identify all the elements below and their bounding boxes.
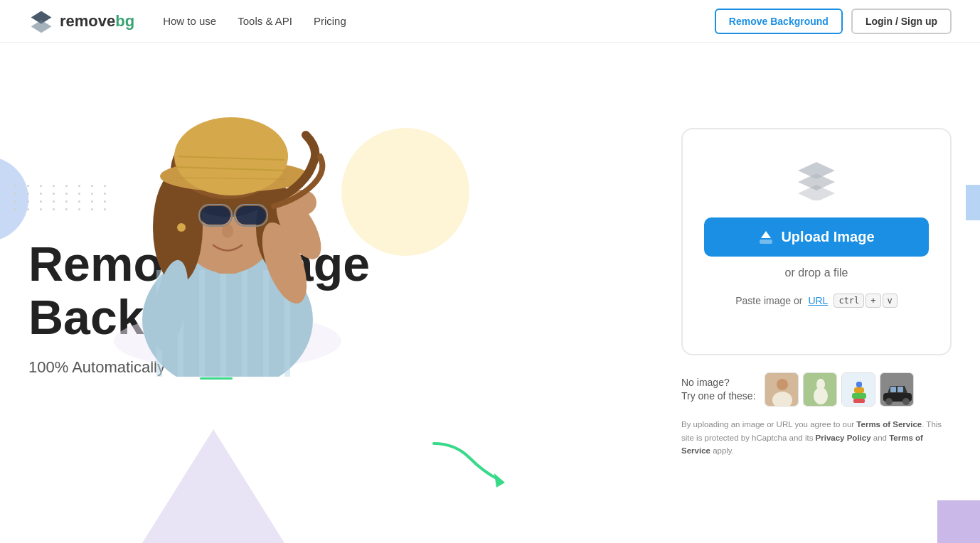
- deco-triangle: [142, 429, 284, 543]
- person-svg: [85, 57, 384, 377]
- person-illustration: [85, 57, 384, 377]
- navbar: removebg How to use Tools & API Pricing …: [0, 0, 980, 43]
- paste-row: Paste image or URL ctrl + v: [735, 294, 898, 308]
- svg-rect-9: [263, 270, 269, 377]
- svg-point-32: [177, 223, 186, 232]
- drop-text: or drop a file: [785, 267, 848, 279]
- svg-point-40: [777, 379, 788, 390]
- deco-rect-right: [966, 185, 980, 220]
- svg-marker-36: [798, 185, 835, 200]
- paste-label: Paste image or: [735, 295, 802, 306]
- nav-how-to-use[interactable]: How to use: [163, 15, 216, 27]
- hero-right: Upload Image or drop a file Paste image …: [681, 128, 952, 485]
- deco-rect-bottom-right: [937, 500, 980, 543]
- tos-link-1[interactable]: Terms of Service: [856, 420, 922, 429]
- sample-image-4[interactable]: [880, 372, 914, 407]
- sample-image-1[interactable]: [765, 372, 799, 407]
- upload-card: Upload Image or drop a file Paste image …: [681, 128, 952, 355]
- sample-images-grid: [765, 372, 914, 407]
- kbd-ctrl: ctrl: [833, 294, 864, 308]
- svg-rect-23: [236, 206, 266, 225]
- svg-rect-50: [856, 382, 862, 387]
- logo[interactable]: removebg: [28, 9, 134, 34]
- nav-pricing[interactable]: Pricing: [314, 15, 346, 27]
- layers-icon: [791, 158, 842, 203]
- hero-section: Remove Image Background 100% Automatical…: [0, 43, 980, 543]
- arrow: [427, 436, 512, 496]
- svg-point-55: [885, 398, 893, 405]
- svg-rect-6: [199, 270, 205, 377]
- svg-rect-45: [819, 379, 822, 383]
- remove-background-button[interactable]: Remove Background: [715, 9, 843, 34]
- hero-left: Remove Image Background 100% Automatical…: [28, 237, 681, 377]
- nav-actions: Remove Background Login / Sign up: [715, 9, 952, 34]
- paste-url-link[interactable]: URL: [808, 295, 828, 306]
- samples-section: No image? Try one of these:: [681, 372, 952, 407]
- svg-rect-37: [760, 240, 772, 244]
- svg-rect-47: [853, 399, 865, 403]
- login-signup-button[interactable]: Login / Sign up: [851, 9, 952, 34]
- svg-marker-38: [761, 231, 771, 238]
- svg-rect-7: [220, 270, 226, 377]
- sample-image-3[interactable]: [841, 372, 875, 407]
- svg-rect-49: [854, 387, 864, 393]
- svg-rect-48: [852, 393, 866, 399]
- upload-image-button[interactable]: Upload Image: [704, 217, 929, 257]
- svg-marker-33: [494, 473, 505, 488]
- svg-rect-22: [201, 206, 230, 225]
- no-image-label: No image? Try one of these:: [681, 376, 756, 404]
- svg-rect-53: [890, 387, 896, 392]
- logo-icon: [28, 9, 54, 34]
- svg-rect-8: [242, 270, 247, 377]
- upload-icon: [758, 230, 774, 245]
- logo-text: removebg: [60, 12, 134, 31]
- svg-rect-54: [898, 387, 903, 392]
- svg-point-27: [222, 224, 233, 238]
- footer-note: By uploading an image or URL you agree t…: [681, 418, 952, 457]
- privacy-link[interactable]: Privacy Policy: [816, 434, 871, 442]
- kbd-plus: +: [866, 294, 880, 308]
- kbd-v: v: [883, 294, 898, 308]
- sample-image-2[interactable]: [803, 372, 837, 407]
- nav-links: How to use Tools & API Pricing: [163, 15, 715, 27]
- svg-marker-1: [31, 20, 52, 33]
- svg-point-56: [902, 398, 910, 405]
- nav-tools-api[interactable]: Tools & API: [238, 15, 292, 27]
- keyboard-shortcut: ctrl + v: [833, 294, 897, 308]
